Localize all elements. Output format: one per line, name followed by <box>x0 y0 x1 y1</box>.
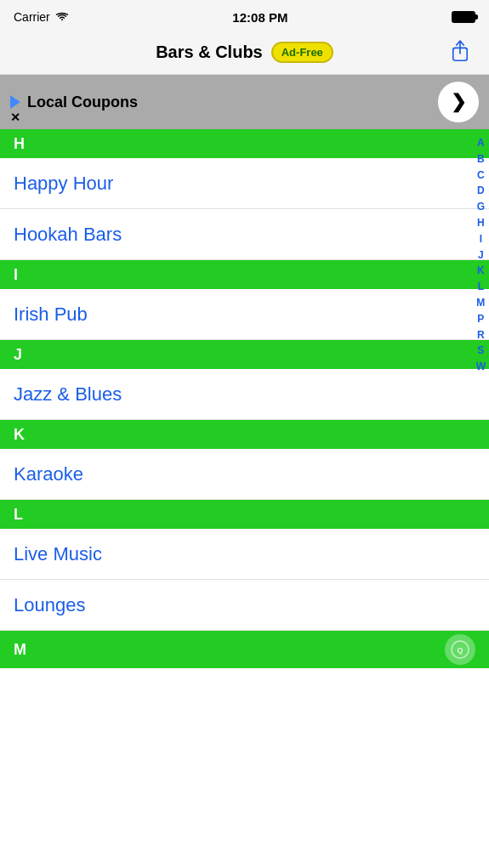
section-header-j: J <box>0 340 489 369</box>
section-header-l: L <box>0 500 489 529</box>
ad-triangle-icon <box>10 95 20 109</box>
share-button[interactable] <box>445 36 475 69</box>
svg-text:Q: Q <box>457 646 463 655</box>
ad-left: Local Coupons <box>10 94 138 111</box>
header: Bars & Clubs Ad-Free <box>0 31 489 75</box>
list-item-label: Hookah Bars <box>14 224 122 246</box>
section-letter-m: M <box>14 641 26 659</box>
list-item-irish-pub[interactable]: Irish Pub <box>0 289 489 340</box>
alpha-index-item-c[interactable]: C <box>477 168 485 183</box>
page-title: Bars & Clubs <box>156 43 263 62</box>
alpha-index-item-r[interactable]: R <box>477 328 485 343</box>
list-item-label: Live Music <box>14 543 102 565</box>
ad-arrow-icon: ❯ <box>451 91 466 113</box>
section-header-k: K <box>0 420 489 449</box>
alpha-index-item-m[interactable]: M <box>476 296 485 310</box>
wifi-icon <box>55 12 69 22</box>
share-icon <box>448 39 472 63</box>
alpha-index-item-a[interactable]: A <box>477 136 485 150</box>
adfree-label: Ad-Free <box>281 46 323 59</box>
list-item-label: Karaoke <box>14 463 83 485</box>
alpha-index-item-b[interactable]: B <box>477 152 485 167</box>
section-letter-l: L <box>14 506 23 524</box>
ad-banner: Local Coupons ✕ ❯ <box>0 75 489 129</box>
alpha-index-item-d[interactable]: D <box>477 184 485 198</box>
carrier-text: Carrier <box>14 10 69 24</box>
alpha-index-item-h[interactable]: H <box>477 216 485 230</box>
section-header-i: I <box>0 260 489 289</box>
alpha-index-item-k[interactable]: K <box>477 264 485 278</box>
alpha-index-item-j[interactable]: J <box>478 248 484 263</box>
watermark: Q <box>445 634 475 665</box>
list-item-label: Happy Hour <box>14 173 113 195</box>
ad-text: Local Coupons <box>27 94 138 111</box>
list-item-jazz-blues[interactable]: Jazz & Blues <box>0 369 489 420</box>
alpha-index-item-s[interactable]: S <box>477 343 484 358</box>
list-item-lounges[interactable]: Lounges <box>0 580 489 631</box>
section-letter-h: H <box>14 135 25 153</box>
list-item-live-music[interactable]: Live Music <box>0 529 489 580</box>
alpha-index-item-l[interactable]: L <box>478 280 484 294</box>
section-header-m: M Q <box>0 631 489 668</box>
battery-icon <box>452 11 475 23</box>
list-item-hookah-bars[interactable]: Hookah Bars <box>0 209 489 260</box>
alpha-index-item-g[interactable]: G <box>477 200 485 214</box>
list-item-happy-hour[interactable]: Happy Hour <box>0 158 489 209</box>
section-letter-k: K <box>14 426 25 444</box>
adfree-badge: Ad-Free <box>271 42 333 63</box>
section-header-h: H <box>0 129 489 158</box>
list-item-karaoke[interactable]: Karaoke <box>0 449 489 500</box>
section-letter-i: I <box>14 266 18 284</box>
ad-arrow-button[interactable]: ❯ <box>438 82 479 122</box>
alpha-index-item-i[interactable]: I <box>480 232 482 247</box>
battery-fill <box>453 13 474 21</box>
alpha-index-item-w[interactable]: W <box>476 360 486 374</box>
carrier-label: Carrier <box>14 10 50 24</box>
alpha-index-item-p[interactable]: P <box>477 312 484 326</box>
ad-close-button[interactable]: ✕ <box>10 111 20 124</box>
list-item-label: Jazz & Blues <box>14 383 122 406</box>
status-bar: Carrier 12:08 PM <box>0 0 489 31</box>
list-item-label: Irish Pub <box>14 304 88 326</box>
status-time: 12:08 PM <box>232 10 287 25</box>
alpha-index: ABCDGHIJKLMPRSW <box>476 129 486 381</box>
list-item-label: Lounges <box>14 594 85 616</box>
section-letter-j: J <box>14 346 22 364</box>
watermark-icon: Q <box>450 639 470 660</box>
list-container: ABCDGHIJKLMPRSW H Happy Hour Hookah Bars… <box>0 129 489 668</box>
